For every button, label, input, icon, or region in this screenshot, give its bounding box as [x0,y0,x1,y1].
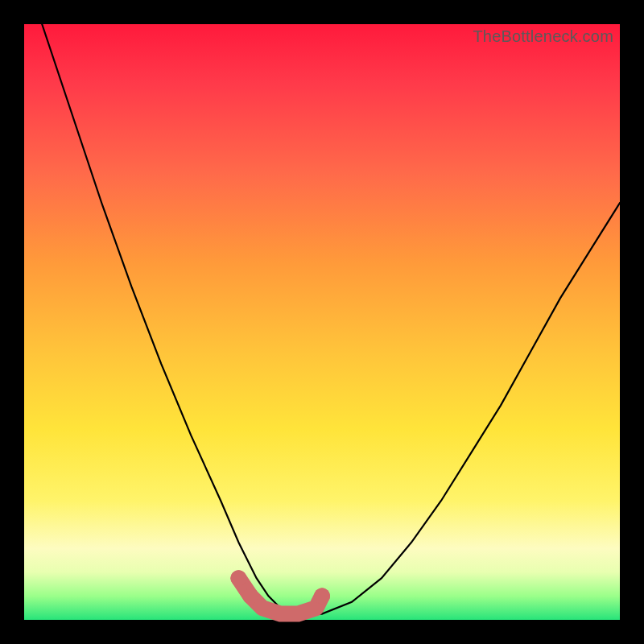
plot-area: TheBottleneck.com [24,24,620,620]
curve-layer [24,24,620,620]
marker-dot [314,588,330,604]
marker-dot [242,588,258,604]
marker-dot [230,570,246,586]
chart-frame: TheBottleneck.com [0,0,644,644]
bottleneck-curve [42,24,620,614]
flat-bottom-markers [230,570,330,613]
